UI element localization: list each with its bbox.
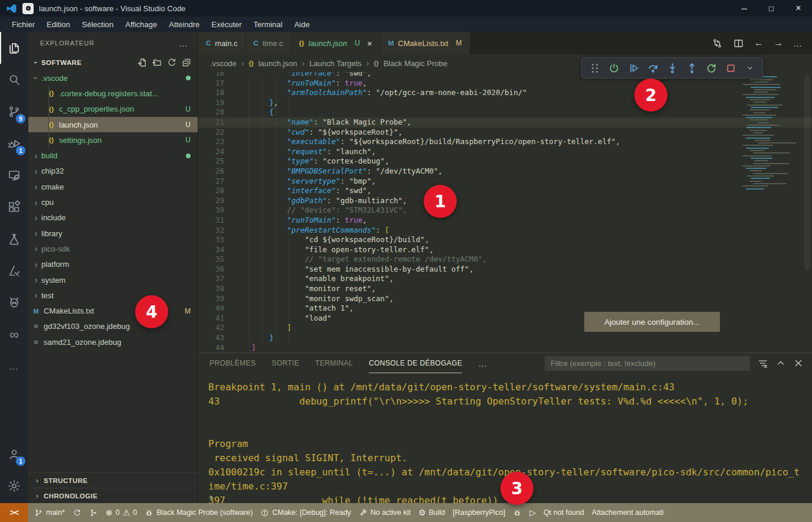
- editor-scrollbar[interactable]: [804, 76, 810, 270]
- tree-item-cmake[interactable]: ›cmake: [28, 179, 198, 194]
- code-line-18[interactable]: 18 "armToolchainPath": "/opt/gcc-arm-non…: [198, 88, 812, 98]
- line-number[interactable]: 36: [198, 265, 234, 275]
- collapse-folders-icon[interactable]: [181, 57, 192, 68]
- tab-time-c[interactable]: Ctime.c: [246, 32, 292, 54]
- activity-platformio[interactable]: [0, 287, 28, 319]
- tree-item-cmakelists-txt[interactable]: MCMakeLists.txtM: [28, 303, 198, 318]
- status-launch[interactable]: ▷: [529, 508, 536, 517]
- tree-item-system[interactable]: ›system: [28, 272, 198, 288]
- line-number[interactable]: 35: [198, 255, 234, 265]
- code-line-26[interactable]: 26 "BMPGDBSerialPort": "/dev/ttyACM0",: [198, 167, 812, 177]
- code-line-40[interactable]: 40 "attach 1",: [198, 304, 812, 314]
- debug-console-filter-input[interactable]: [545, 356, 750, 371]
- tab-launch-json[interactable]: {}launch.jsonU×: [292, 32, 381, 54]
- menu-exécuter[interactable]: Exécuter: [205, 18, 247, 31]
- status-remote[interactable]: ><: [0, 503, 28, 522]
- tree-item-launch-json[interactable]: {}launch.jsonU: [28, 117, 198, 132]
- menu-sélection[interactable]: Sélection: [76, 18, 119, 31]
- line-number[interactable]: 41: [198, 314, 234, 324]
- status-problems[interactable]: ⊗0⚠0: [106, 508, 137, 517]
- code-line-30[interactable]: 30 // "device": "STM32L431VC",: [198, 205, 812, 216]
- status-debug[interactable]: [513, 508, 522, 517]
- status-active-kit[interactable]: No active kit: [359, 508, 411, 517]
- menu-terminal[interactable]: Terminal: [248, 18, 289, 31]
- debug-start-button[interactable]: [607, 61, 620, 75]
- line-number[interactable]: 44: [198, 343, 234, 353]
- code-line-19[interactable]: 19 },: [198, 98, 812, 108]
- add-configuration-button[interactable]: Ajouter une configuration...: [584, 312, 720, 332]
- breadcrumb-item[interactable]: Black Magic Probe: [384, 59, 447, 68]
- status-cmake-status[interactable]: CMake: [Debug]: Ready: [260, 508, 351, 517]
- code-line-43[interactable]: 43 }: [198, 333, 812, 343]
- tree-item-settings-json[interactable]: {}settings.jsonU: [28, 132, 198, 148]
- line-number[interactable]: 23: [198, 137, 234, 147]
- status-qt-status[interactable]: Qt not found: [543, 508, 584, 517]
- open-changes-icon[interactable]: [712, 38, 723, 49]
- tree-item-include[interactable]: ›include: [28, 210, 198, 226]
- code-line-42[interactable]: 42 ]: [198, 323, 812, 333]
- code-line-37[interactable]: 37 "enable breakpoint",: [198, 274, 812, 284]
- code-line-27[interactable]: 27 "servertype": "bmp",: [198, 177, 812, 187]
- code-line-39[interactable]: 39 "monitor swdp_scan",: [198, 294, 812, 304]
- status-debug-target[interactable]: Black Magic Probe (software): [145, 508, 253, 517]
- line-number[interactable]: 19: [198, 98, 234, 108]
- activity-more[interactable]: …: [0, 351, 28, 383]
- line-number[interactable]: 34: [198, 245, 234, 255]
- activity-search[interactable]: [0, 64, 28, 96]
- tree-item-pico-sdk[interactable]: ›pico-sdk: [28, 241, 198, 256]
- code-line-38[interactable]: 38 "monitor reset",: [198, 284, 812, 294]
- code-line-44[interactable]: 44 ]: [198, 343, 812, 353]
- line-number[interactable]: 17: [198, 79, 234, 89]
- tree-item--vscode[interactable]: ›.vscode: [28, 70, 198, 86]
- line-number[interactable]: 27: [198, 177, 234, 187]
- split-editor-icon[interactable]: [733, 38, 744, 49]
- debug-step-out-button[interactable]: [685, 61, 698, 75]
- line-number[interactable]: 26: [198, 167, 234, 177]
- line-number[interactable]: 18: [198, 88, 234, 98]
- code-line-20[interactable]: 20 {: [198, 107, 812, 118]
- tree-item-gd32vf103-ozone-jdebug[interactable]: ≡gd32vf103_ozone.jdebug: [28, 319, 198, 334]
- activity-accounts[interactable]: 1: [0, 438, 28, 470]
- section-chronologie[interactable]: ›CHRONOLOGIE: [28, 488, 198, 503]
- tree-item-cpu[interactable]: ›cpu: [28, 194, 198, 210]
- workspace-section-header[interactable]: › SOFTWARE: [28, 54, 198, 70]
- debug-more-button[interactable]: [744, 61, 757, 75]
- activity-explorer[interactable]: [0, 32, 28, 64]
- code-line-34[interactable]: 34 "file open-story-teller.elf",: [198, 245, 812, 255]
- activity-cmake[interactable]: [0, 255, 28, 287]
- code-line-22[interactable]: 22 "cwd": "${workspaceRoot}",: [198, 128, 812, 138]
- close-button[interactable]: ×: [785, 0, 812, 17]
- code-editor[interactable]: 16 "interface": "swd",17 "runToMain": tr…: [198, 72, 812, 353]
- line-number[interactable]: 42: [198, 323, 234, 333]
- panel-tab-console-de-d-bogage[interactable]: CONSOLE DE DÉBOGAGE: [369, 353, 462, 373]
- code-line-23[interactable]: 23 "executable": "${workspaceRoot}/build…: [198, 137, 812, 147]
- tab-main-c[interactable]: Cmain.c: [198, 32, 246, 54]
- activity-run-debug[interactable]: 1: [0, 128, 28, 159]
- minimize-button[interactable]: ─: [731, 0, 758, 17]
- minimap[interactable]: [742, 74, 799, 204]
- panel-tab-probl-mes[interactable]: PROBLÈMES: [209, 353, 256, 373]
- code-line-28[interactable]: 28 "interface": "swd",: [198, 186, 812, 196]
- navigate-forward-icon[interactable]: →: [774, 38, 783, 48]
- line-number[interactable]: 37: [198, 274, 234, 284]
- status-build[interactable]: ⚙Build: [418, 508, 445, 517]
- tree-item-samd21-ozone-jdebug[interactable]: ≡samd21_ozone.jdebug: [28, 334, 198, 350]
- maximize-panel-icon[interactable]: [775, 358, 786, 368]
- status-build-variant[interactable]: [RaspberryPico]: [453, 508, 505, 517]
- new-folder-icon[interactable]: [152, 57, 162, 68]
- tree-item-test[interactable]: ›test: [28, 288, 198, 303]
- line-number[interactable]: 31: [198, 216, 234, 226]
- activity-source-control[interactable]: 9: [0, 96, 28, 128]
- tree-item-chip32[interactable]: ›chip32: [28, 164, 198, 179]
- code-line-35[interactable]: 35 // "target extended-remote /dev/ttyAC…: [198, 255, 812, 265]
- debug-continue-button[interactable]: [627, 61, 640, 75]
- line-number[interactable]: 16: [198, 72, 234, 79]
- line-number[interactable]: 21: [198, 118, 234, 128]
- close-panel-icon[interactable]: [793, 358, 804, 368]
- line-number[interactable]: 32: [198, 226, 234, 236]
- debug-step-into-button[interactable]: [666, 61, 679, 75]
- refresh-explorer-icon[interactable]: [166, 57, 177, 68]
- tree-item--cortex-debug-registers-stat-[interactable]: {}.cortex-debug.registers.stat...: [28, 86, 198, 101]
- status-git-graph[interactable]: [89, 508, 98, 517]
- line-number[interactable]: 33: [198, 235, 234, 245]
